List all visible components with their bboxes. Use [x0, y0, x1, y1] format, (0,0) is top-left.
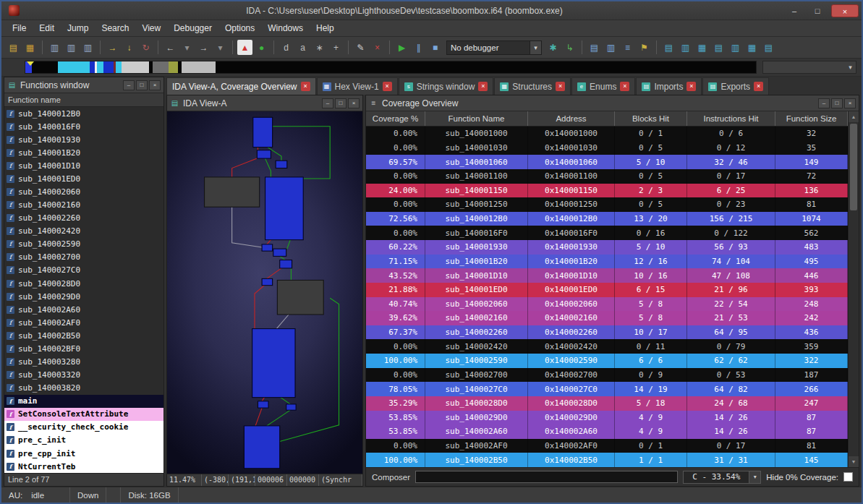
menu-item-file[interactable]: File — [6, 22, 33, 35]
tab-close-icon[interactable]: × — [383, 82, 392, 91]
function-row[interactable]: fSetConsoleTextAttribute — [4, 408, 163, 421]
basic-block-node[interactable] — [286, 404, 296, 410]
coverage-row[interactable]: 100.00%sub_140002B500x140002B501 / 131 /… — [366, 453, 848, 467]
function-row[interactable]: fsub_140001ED0 — [4, 172, 163, 185]
open-imports-window-icon[interactable]: ▥ — [728, 40, 743, 55]
function-row[interactable]: fpre_c_init — [4, 434, 163, 447]
coverage-row[interactable]: 60.22%sub_1400019300x1400019305 / 1056 /… — [366, 240, 848, 255]
nav-scale-selector[interactable]: ▾ — [762, 61, 856, 74]
function-row[interactable]: fmain — [4, 395, 163, 408]
basic-block-node[interactable] — [273, 249, 286, 256]
function-row[interactable]: fsub_140002A60 — [4, 303, 163, 316]
basic-block-node[interactable] — [258, 401, 268, 408]
coverage-row[interactable]: 0.00%sub_140002AF00x140002AF00 / 10 / 17… — [366, 439, 848, 453]
function-row[interactable]: fsub_140001D10 — [4, 159, 163, 172]
function-row[interactable]: fsub_140002700 — [4, 251, 163, 264]
functions-window-titlebar[interactable]: ▤ Functions window –□× — [4, 77, 163, 93]
function-row[interactable]: fsub_140002590 — [4, 238, 163, 251]
stack-window-icon[interactable]: ≡ — [620, 40, 635, 55]
scrollbar-track[interactable] — [849, 210, 859, 456]
make-string-icon[interactable]: a — [295, 40, 310, 55]
column-header-instructions-hit[interactable]: Instructions Hit — [687, 111, 775, 126]
coverage-row[interactable]: 78.05%sub_1400027C00x1400027C014 / 1964 … — [366, 382, 848, 396]
menu-item-search[interactable]: Search — [95, 22, 135, 35]
debug-attach-icon[interactable]: ✱ — [545, 40, 561, 55]
function-row[interactable]: fpre_cpp_init — [4, 447, 163, 460]
function-row[interactable]: fsub_1400027C0 — [4, 264, 163, 277]
breakpoints-window-icon[interactable]: ▤ — [587, 40, 602, 55]
trace-window-icon[interactable]: ▥ — [603, 40, 618, 55]
tab-close-icon[interactable]: × — [556, 82, 565, 91]
make-data-icon[interactable]: d — [279, 40, 294, 55]
menu-item-help[interactable]: Help — [310, 22, 341, 35]
navigate-back-icon[interactable]: ← — [163, 40, 178, 55]
function-row[interactable]: fsub_140002160 — [4, 199, 163, 212]
tab-close-icon[interactable]: × — [686, 82, 696, 91]
scrollbar-thumb[interactable] — [850, 124, 857, 210]
coverage-row[interactable]: 53.85%sub_140002A600x140002A604 / 914 / … — [366, 424, 848, 439]
column-header-function-size[interactable]: Function Size — [775, 111, 848, 126]
coverage-row[interactable]: 43.52%sub_140001D100x140001D1010 / 1647 … — [366, 268, 848, 283]
coverage-row[interactable]: 40.74%sub_1400020600x1400020605 / 822 / … — [366, 297, 848, 312]
function-row[interactable]: fsub_140002B50 — [4, 329, 163, 342]
basic-block-node[interactable] — [205, 177, 260, 207]
basic-block-node[interactable] — [253, 117, 273, 147]
debug-step-icon[interactable]: ↳ — [562, 40, 577, 55]
coverage-selector[interactable]: C - 33.54% ▾ — [683, 471, 761, 484]
function-row[interactable]: fNtCurrentTeb — [4, 460, 163, 473]
coverage-row[interactable]: 53.85%sub_1400029D00x1400029D04 / 914 / … — [366, 411, 848, 425]
make-array-icon[interactable]: ∗ — [312, 40, 327, 55]
refresh-icon[interactable]: ↻ — [138, 40, 153, 55]
coverage-row[interactable]: 0.00%sub_1400010000x1400010000 / 10 / 63… — [366, 127, 848, 141]
column-header-blocks-hit[interactable]: Blocks Hit — [615, 111, 687, 126]
basic-block-node[interactable] — [265, 177, 304, 240]
menu-item-edit[interactable]: Edit — [33, 22, 61, 35]
debug-run-icon[interactable]: ▶ — [394, 40, 409, 55]
coverage-row[interactable]: 35.29%sub_1400028D00x1400028D05 / 1824 /… — [366, 396, 848, 411]
function-row[interactable]: fsub_1400028D0 — [4, 277, 163, 290]
save-file-icon[interactable]: ▦ — [22, 40, 38, 55]
debug-stop-icon[interactable]: ■ — [428, 40, 443, 55]
analysis-running-icon[interactable]: ● — [254, 40, 269, 55]
maximize-button[interactable]: □ — [335, 98, 347, 108]
function-row[interactable]: fsub_140002BF0 — [4, 342, 163, 355]
close-button[interactable]: × — [831, 4, 859, 17]
maximize-button[interactable]: □ — [136, 80, 148, 90]
function-row[interactable]: fsub_140003820 — [4, 382, 163, 395]
open-file-icon[interactable]: ▤ — [6, 40, 21, 55]
jump-segment-icon[interactable]: ▥ — [47, 40, 62, 55]
function-row[interactable]: fsub_140003280 — [4, 355, 163, 368]
add-struct-icon[interactable]: + — [328, 40, 344, 55]
chevron-down-icon[interactable]: ▾ — [749, 471, 761, 484]
function-row[interactable]: fsub_140001930 — [4, 133, 163, 146]
minimize-button[interactable]: – — [785, 4, 804, 17]
tab-close-icon[interactable]: × — [620, 82, 629, 91]
function-row[interactable]: fsub_1400029D0 — [4, 290, 163, 303]
coverage-row[interactable]: 0.00%sub_1400010300x1400010300 / 50 / 12… — [366, 141, 848, 155]
function-row[interactable]: fsub_140001B20 — [4, 146, 163, 159]
scroll-up-icon[interactable]: ▲ — [849, 111, 859, 122]
delete-icon[interactable]: × — [370, 40, 385, 55]
close-button[interactable]: × — [149, 80, 161, 90]
open-exports-window-icon[interactable]: ▦ — [744, 40, 760, 55]
scroll-down-icon[interactable]: ▼ — [849, 456, 859, 467]
coverage-row[interactable]: 24.00%sub_1400011500x1400011502 / 36 / 2… — [366, 184, 848, 198]
open-names-window-icon[interactable]: ▥ — [678, 40, 693, 55]
minimize-button[interactable]: – — [818, 98, 830, 108]
coverage-row[interactable]: 100.00%sub_1400025900x1400025906 / 662 /… — [366, 354, 848, 368]
function-row[interactable]: fsub_140003320 — [4, 369, 163, 382]
menu-item-view[interactable]: View — [135, 22, 167, 35]
close-button[interactable]: × — [348, 98, 360, 108]
menu-item-jump[interactable]: Jump — [61, 22, 95, 35]
analysis-indicator-icon[interactable]: ▲ — [237, 40, 252, 55]
hide-coverage-checkbox[interactable] — [843, 472, 853, 482]
coverage-row[interactable]: 0.00%sub_1400024200x1400024200 / 110 / 7… — [366, 339, 848, 354]
forward-history-chevron-icon[interactable]: ▾ — [213, 40, 228, 55]
open-structures-window-icon[interactable]: ▤ — [761, 40, 776, 55]
function-row[interactable]: fsub_1400012B0 — [4, 107, 163, 120]
tab-close-icon[interactable]: × — [301, 82, 310, 91]
coverage-scrollbar[interactable]: ▲ ▼ — [848, 111, 859, 467]
basic-block-node[interactable] — [280, 260, 292, 268]
coverage-row[interactable]: 69.57%sub_1400010600x1400010605 / 1032 /… — [366, 155, 848, 169]
coverage-row[interactable]: 0.00%sub_1400011000x1400011000 / 50 / 17… — [366, 169, 848, 184]
